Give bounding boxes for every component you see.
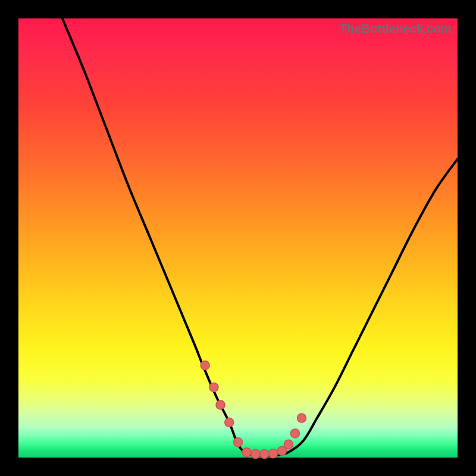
chart-svg bbox=[18, 18, 458, 458]
highlight-marker bbox=[209, 383, 218, 392]
highlight-marker bbox=[234, 438, 243, 447]
bottleneck-curve bbox=[62, 18, 458, 456]
highlight-marker bbox=[201, 361, 209, 370]
highlight-marker bbox=[284, 440, 293, 449]
highlight-marker bbox=[251, 450, 260, 459]
outer-frame: TheBottleneck.com bbox=[0, 0, 476, 476]
highlight-marker bbox=[260, 450, 269, 459]
highlight-marker bbox=[290, 429, 299, 438]
marker-group bbox=[201, 361, 306, 459]
highlight-marker bbox=[269, 449, 278, 458]
highlight-marker bbox=[216, 400, 225, 409]
plot-area: TheBottleneck.com bbox=[18, 18, 458, 458]
highlight-marker bbox=[242, 448, 251, 457]
highlight-marker bbox=[298, 414, 306, 422]
highlight-marker bbox=[225, 418, 234, 427]
